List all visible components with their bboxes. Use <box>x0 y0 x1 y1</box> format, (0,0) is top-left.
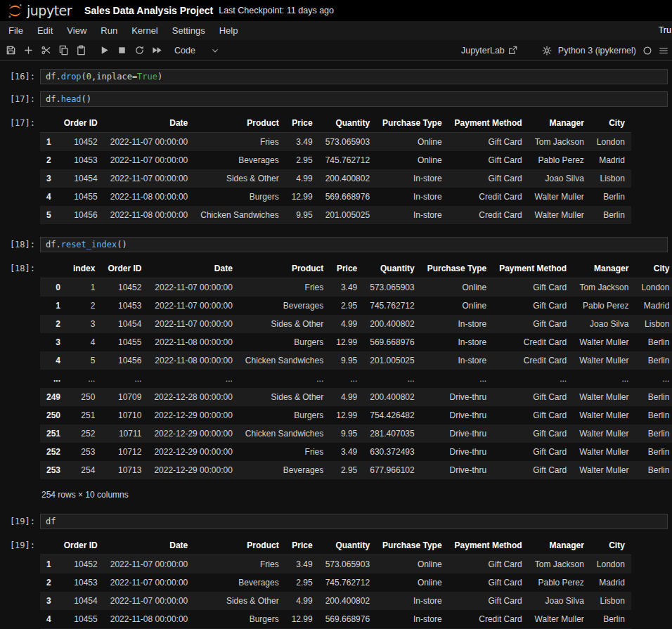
paste-cell-button[interactable] <box>72 42 89 59</box>
cell-value: ... <box>363 370 420 388</box>
code-token: . <box>56 72 60 82</box>
cell-value: Gift Card <box>493 278 573 297</box>
column-header: Date <box>104 536 195 555</box>
cell-value: 10452 <box>58 555 104 574</box>
table-row: 1104522022-11-07 00:00:00Fries3.49573.06… <box>40 555 631 574</box>
cell-value: Chicken Sandwiches <box>239 351 330 370</box>
dataframe-table: indexOrder IDDateProductPriceQuantityPur… <box>40 259 672 479</box>
kernel-name[interactable]: Python 3 (ipykernel) <box>558 46 636 56</box>
code-input[interactable]: df.drop(0,inplace=True) <box>40 69 668 84</box>
cell-value: Berlin <box>635 424 672 443</box>
code-input[interactable]: df.reset_index() <box>40 237 668 252</box>
code-token: head <box>61 94 82 104</box>
jupyter-logo-icon <box>7 3 23 19</box>
cell-value: Joao Silva <box>529 169 590 188</box>
menu-settings[interactable]: Settings <box>165 21 212 40</box>
menu-run[interactable]: Run <box>93 21 124 40</box>
cell-value: 573.065903 <box>319 133 376 152</box>
cut-cell-button[interactable] <box>37 42 54 59</box>
interrupt-kernel-button[interactable] <box>113 42 130 59</box>
menu-help[interactable]: Help <box>212 21 245 40</box>
row-index: 3 <box>40 333 67 351</box>
menu-file[interactable]: File <box>1 21 30 40</box>
cell-value: 10453 <box>101 297 148 315</box>
cell-value: 10455 <box>58 188 104 206</box>
code-token: ) <box>122 240 127 249</box>
menu-icon[interactable] <box>659 46 668 56</box>
code-token: inplace <box>96 72 132 82</box>
row-index: 1 <box>40 555 58 574</box>
copy-cell-button[interactable] <box>55 42 72 59</box>
fast-forward-icon <box>152 45 162 56</box>
cell-value: Berlin <box>590 610 631 628</box>
code-token: . <box>56 240 60 249</box>
cell-value: Walter Muller <box>573 424 635 443</box>
jupyter-logo[interactable]: jupyter <box>7 3 72 19</box>
cell-value: 2022-11-07 00:00:00 <box>104 573 195 592</box>
notebook-title[interactable]: Sales Data Analysis Project <box>84 5 213 16</box>
save-button[interactable] <box>2 42 19 59</box>
cell-value: Joao Silva <box>529 592 590 610</box>
menu-edit[interactable]: Edit <box>30 21 60 40</box>
table-row: 253254107132022-12-29 00:00:00Beverages2… <box>40 461 672 479</box>
cell-type-dropdown[interactable]: Code <box>174 46 219 56</box>
code-input[interactable]: df.head() <box>40 91 668 107</box>
trusted-button[interactable]: Tru <box>659 21 672 40</box>
run-icon <box>99 45 110 56</box>
code-token: . <box>56 94 60 104</box>
cell-value: 2.95 <box>285 573 319 592</box>
dataframe-table: Order IDDateProductPriceQuantityPurchase… <box>40 114 631 224</box>
cell-value: Beverages <box>239 461 330 479</box>
column-header: Payment Method <box>448 114 529 133</box>
cell-input-row: [18]:df.reset_index() <box>0 237 668 252</box>
code-token: ) <box>86 94 91 104</box>
column-header: Product <box>194 114 285 133</box>
cell-value: Gift Card <box>448 151 529 169</box>
menu-view[interactable]: View <box>60 21 93 40</box>
cell-value: 2022-12-29 00:00:00 <box>148 443 238 461</box>
column-header: Manager <box>573 259 635 278</box>
table-row: 250251107102022-12-29 00:00:00Burgers12.… <box>40 406 672 424</box>
cell-value: Credit Card <box>493 351 573 370</box>
cell-value: Gift Card <box>448 169 529 188</box>
cell-value: 573.065903 <box>363 278 420 297</box>
cell-value: 569.668976 <box>363 333 420 351</box>
scissors-icon <box>41 45 51 56</box>
notebook-cell: [16]:df.drop(0,inplace=True) <box>0 69 668 84</box>
output-area: Order IDDateProductPriceQuantityPurchase… <box>40 536 668 629</box>
column-header: Manager <box>529 114 590 133</box>
column-header: City <box>635 259 672 278</box>
restart-run-all-button[interactable] <box>148 42 165 59</box>
row-index: 3 <box>40 592 58 610</box>
cell-value: Walter Muller <box>573 351 635 370</box>
input-prompt: [17]: <box>0 91 40 107</box>
run-cell-button[interactable] <box>96 42 112 59</box>
cell-value: ... <box>101 370 148 388</box>
gear-icon[interactable] <box>542 46 552 56</box>
code-input[interactable]: df <box>40 514 668 529</box>
dataframe-table: Order IDDateProductPriceQuantityPurchase… <box>40 536 631 629</box>
header: jupyter Sales Data Analysis Project Last… <box>0 0 672 21</box>
menu-bar: FileEditViewRunKernelSettingsHelp Tru <box>0 21 672 40</box>
column-header: Purchase Type <box>376 536 448 555</box>
cell-value: 2022-11-07 00:00:00 <box>104 151 195 169</box>
cell-value: 200.400802 <box>363 315 420 333</box>
input-prompt: [16]: <box>0 69 40 84</box>
code-token: df <box>46 517 56 526</box>
add-cell-button[interactable] <box>20 42 37 59</box>
open-in-jupyterlab-link[interactable]: JupyterLab <box>461 46 517 56</box>
kernel-status-icon <box>642 46 652 56</box>
code-token: ( <box>82 94 86 104</box>
cell-value: Chicken Sandwiches <box>194 206 285 224</box>
restart-kernel-button[interactable] <box>131 42 148 59</box>
cell-value: Online <box>421 297 493 315</box>
cell-value: ... <box>148 370 238 388</box>
column-header: Quantity <box>363 259 420 278</box>
cell-value: 2.95 <box>330 297 363 315</box>
menu-kernel[interactable]: Kernel <box>124 21 165 40</box>
cell-value: Burgers <box>194 610 285 628</box>
cell-value: 201.005025 <box>319 206 376 224</box>
column-header <box>40 259 67 278</box>
cell-value: In-store <box>421 351 493 370</box>
cell-value: Online <box>376 555 448 574</box>
